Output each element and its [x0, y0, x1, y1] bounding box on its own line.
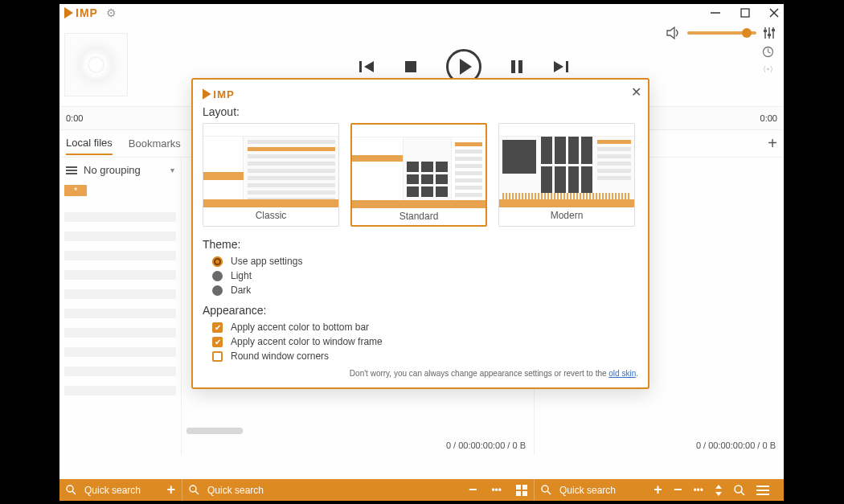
layout-standard[interactable]: Standard: [350, 123, 487, 227]
layout-modern-label: Modern: [499, 207, 634, 224]
svg-line-20: [768, 52, 771, 54]
app-window: IMP ⚙: [59, 4, 784, 501]
svg-rect-38: [756, 494, 769, 495]
svg-marker-11: [667, 27, 674, 39]
svg-line-23: [72, 491, 76, 494]
layout-standard-label: Standard: [352, 208, 486, 225]
app-name: IMP: [213, 88, 234, 100]
logo-icon: [203, 88, 211, 99]
checkbox-icon: ✔: [212, 337, 223, 347]
sort-icon[interactable]: [715, 485, 723, 496]
horizontal-scrollbar[interactable]: [186, 428, 243, 434]
broadcast-icon[interactable]: [762, 64, 774, 74]
add-button-1[interactable]: +: [166, 481, 175, 498]
theme-app-settings[interactable]: Use app settings: [212, 256, 638, 267]
bb-segment-3: + − •••: [535, 479, 784, 501]
side-controls: [666, 27, 776, 74]
search-icon[interactable]: [189, 485, 199, 495]
bottom-bar: + − ••• + − •••: [59, 479, 784, 501]
svg-rect-6: [405, 61, 416, 72]
close-button[interactable]: [769, 8, 779, 18]
checkbox-icon: [212, 351, 223, 362]
speaker-icon[interactable]: [666, 27, 681, 39]
svg-rect-26: [516, 485, 521, 490]
svg-line-25: [195, 491, 199, 494]
skin-setup-dialog: ✕ IMP Layout: Classic: [191, 78, 649, 389]
time-elapsed: 0:00: [66, 113, 83, 123]
minimize-button[interactable]: [710, 7, 721, 18]
volume-slider[interactable]: [687, 31, 756, 35]
left-panel: No grouping ▾ *: [59, 158, 182, 455]
layout-classic-preview: [203, 124, 338, 207]
tab-bookmarks[interactable]: Bookmarks: [129, 133, 181, 154]
chk-accent-bottom[interactable]: ✔Apply accent color to bottom bar: [212, 322, 638, 333]
svg-rect-29: [522, 491, 527, 496]
quick-search-3[interactable]: [559, 485, 632, 496]
svg-point-30: [542, 486, 548, 492]
svg-point-21: [767, 68, 769, 71]
maximize-button[interactable]: [740, 8, 750, 18]
svg-rect-15: [764, 30, 767, 32]
gear-icon[interactable]: ⚙: [106, 6, 117, 19]
volume-knob[interactable]: [742, 28, 752, 38]
chk-round-corners[interactable]: Round window corners: [212, 350, 638, 362]
theme-section-label: Theme:: [203, 238, 638, 251]
filter-star[interactable]: *: [64, 185, 87, 196]
svg-rect-36: [756, 486, 769, 487]
svg-rect-16: [768, 34, 771, 36]
appearance-section-label: Appearance:: [203, 304, 638, 317]
more-icon[interactable]: •••: [491, 485, 502, 496]
equalizer-icon[interactable]: [763, 27, 776, 39]
svg-rect-8: [518, 60, 522, 73]
quick-search-1[interactable]: [84, 485, 157, 496]
svg-rect-28: [516, 491, 521, 496]
svg-marker-9: [554, 61, 563, 72]
pause-button[interactable]: [510, 60, 523, 73]
svg-rect-37: [756, 490, 769, 491]
grid-view-icon[interactable]: [516, 485, 527, 496]
radio-icon: [212, 256, 223, 267]
theme-light[interactable]: Light: [212, 270, 638, 281]
svg-marker-32: [715, 485, 722, 489]
grouping-dropdown[interactable]: No grouping ▾: [64, 162, 176, 184]
stop-button[interactable]: [404, 60, 417, 73]
search-icon[interactable]: [541, 485, 551, 495]
list-icon: [66, 166, 77, 174]
chk-accent-frame[interactable]: ✔Apply accent color to window frame: [212, 336, 638, 347]
theme-dark[interactable]: Dark: [212, 285, 638, 296]
search-icon[interactable]: [66, 485, 76, 495]
more-icon-3[interactable]: •••: [693, 485, 703, 496]
layout-modern[interactable]: Modern: [498, 123, 635, 227]
dialog-close-button[interactable]: ✕: [631, 84, 641, 100]
layout-modern-preview: [499, 124, 634, 207]
app-logo: IMP: [64, 6, 98, 19]
dialog-hint: Don't worry, you can always change appea…: [203, 368, 638, 379]
checkbox-icon: ✔: [212, 322, 223, 333]
add-button-3[interactable]: +: [653, 481, 662, 498]
add-tab-button[interactable]: +: [768, 134, 777, 153]
clock-icon[interactable]: [762, 46, 774, 58]
remove-button[interactable]: −: [469, 481, 477, 498]
remove-button-3[interactable]: −: [674, 481, 682, 498]
layout-section-label: Layout:: [203, 105, 638, 118]
svg-marker-33: [715, 492, 722, 496]
prev-button[interactable]: [359, 60, 375, 73]
next-button[interactable]: [552, 60, 568, 73]
tab-local-files[interactable]: Local files: [66, 132, 113, 155]
layout-standard-preview: [352, 125, 486, 208]
grouping-label: No grouping: [84, 164, 141, 176]
mid-statusline: 0 / 00:00:00:00 / 0 B: [446, 440, 526, 450]
svg-point-24: [190, 486, 196, 492]
search-icon-3[interactable]: [734, 485, 745, 496]
svg-rect-27: [522, 485, 527, 490]
quick-search-2[interactable]: [207, 485, 368, 496]
cover-art[interactable]: [64, 33, 128, 96]
window-buttons: [710, 7, 779, 18]
layout-classic-label: Classic: [203, 207, 338, 224]
svg-rect-17: [772, 29, 775, 31]
menu-icon[interactable]: [756, 486, 769, 495]
radio-icon: [212, 285, 223, 296]
old-skin-link[interactable]: old skin: [608, 369, 636, 378]
layout-classic[interactable]: Classic: [203, 123, 339, 227]
title-bar: IMP ⚙: [59, 4, 784, 22]
